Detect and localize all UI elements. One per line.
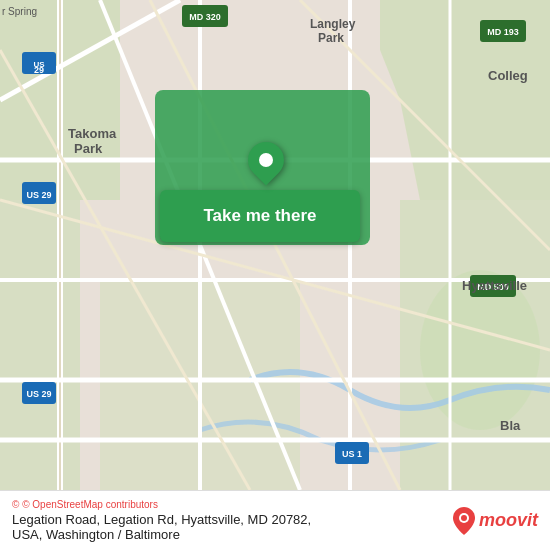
osm-icon: © xyxy=(12,499,19,510)
footer-bar: © © OpenStreetMap contributors Legation … xyxy=(0,490,550,550)
footer-info: © © OpenStreetMap contributors Legation … xyxy=(12,499,311,542)
svg-text:Park: Park xyxy=(74,141,103,156)
map-background: US 29 US 29 US 29 MD 320 MD 193 MD 500 U… xyxy=(0,0,550,490)
moovit-logo: moovit xyxy=(453,507,538,535)
moovit-brand-text: moovit xyxy=(479,510,538,531)
location-pin-icon xyxy=(248,142,284,178)
take-me-there-button[interactable]: Take me there xyxy=(160,190,360,242)
moovit-pin-icon xyxy=(453,507,475,535)
svg-text:Park: Park xyxy=(318,31,344,45)
svg-text:Colleg: Colleg xyxy=(488,68,528,83)
osm-attribution-text: © OpenStreetMap contributors xyxy=(22,499,158,510)
svg-text:Bla: Bla xyxy=(500,418,521,433)
svg-text:US 1: US 1 xyxy=(342,449,362,459)
svg-rect-2 xyxy=(0,200,80,490)
address-line: Legation Road, Legation Rd, Hyattsville,… xyxy=(12,512,311,542)
osm-attribution: © © OpenStreetMap contributors xyxy=(12,499,311,510)
svg-point-47 xyxy=(461,515,467,521)
svg-text:US 29: US 29 xyxy=(26,389,51,399)
svg-text:Langley: Langley xyxy=(310,17,356,31)
svg-text:Takoma: Takoma xyxy=(68,126,117,141)
map-view: US 29 US 29 US 29 MD 320 MD 193 MD 500 U… xyxy=(0,0,550,490)
svg-text:r Spring: r Spring xyxy=(2,6,37,17)
svg-text:US 29: US 29 xyxy=(26,190,51,200)
svg-text:MD 320: MD 320 xyxy=(189,12,221,22)
address-main: Legation Road, Legation Rd, Hyattsville,… xyxy=(12,512,311,527)
svg-text:29: 29 xyxy=(34,65,44,75)
svg-text:MD 193: MD 193 xyxy=(487,27,519,37)
svg-text:Hyattsville: Hyattsville xyxy=(462,278,527,293)
address-sub: USA, Washington / Baltimore xyxy=(12,527,180,542)
